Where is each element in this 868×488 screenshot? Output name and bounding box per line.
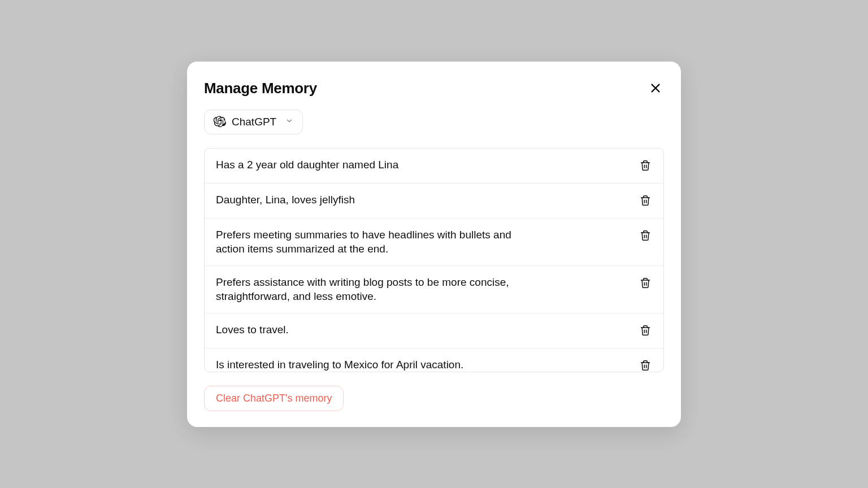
memory-text: Prefers meeting summaries to have headli… [216, 228, 532, 256]
memory-text: Daughter, Lina, loves jellyfish [216, 193, 355, 207]
trash-icon [640, 160, 651, 173]
delete-memory-button[interactable] [639, 324, 652, 339]
memory-item: Loves to travel. [205, 313, 663, 348]
chatgpt-logo-icon [214, 116, 226, 128]
memory-text: Is interested in traveling to Mexico for… [216, 358, 463, 371]
delete-memory-button[interactable] [639, 194, 652, 209]
memory-item: Prefers meeting summaries to have headli… [205, 219, 663, 266]
delete-memory-button[interactable] [639, 159, 652, 174]
modal-footer: Clear ChatGPT's memory [204, 386, 664, 411]
memory-list[interactable]: Has a 2 year old daughter named LinaDaug… [205, 149, 663, 372]
modal-header: Manage Memory [204, 80, 664, 97]
delete-memory-button[interactable] [639, 276, 652, 291]
memory-item: Is interested in traveling to Mexico for… [205, 348, 663, 371]
memory-text: Prefers assistance with writing blog pos… [216, 275, 532, 304]
memory-item: Prefers assistance with writing blog pos… [205, 266, 663, 313]
trash-icon [640, 230, 651, 243]
clear-memory-button[interactable]: Clear ChatGPT's memory [204, 386, 344, 411]
trash-icon [640, 360, 651, 371]
close-icon [649, 82, 662, 94]
memory-list-container: Has a 2 year old daughter named LinaDaug… [204, 148, 664, 372]
memory-text: Loves to travel. [216, 323, 289, 337]
manage-memory-modal: Manage Memory ChatGPT Has a 2 year old d… [187, 62, 681, 427]
dropdown-label: ChatGPT [232, 116, 276, 128]
chevron-down-icon [285, 117, 293, 127]
delete-memory-button[interactable] [639, 359, 652, 371]
close-button[interactable] [647, 80, 664, 97]
modal-title: Manage Memory [204, 80, 317, 97]
memory-item: Daughter, Lina, loves jellyfish [205, 184, 663, 219]
trash-icon [640, 277, 651, 290]
memory-text: Has a 2 year old daughter named Lina [216, 158, 398, 172]
memory-item: Has a 2 year old daughter named Lina [205, 149, 663, 184]
trash-icon [640, 195, 651, 208]
delete-memory-button[interactable] [639, 229, 652, 244]
trash-icon [640, 325, 651, 338]
model-selector-dropdown[interactable]: ChatGPT [204, 110, 303, 134]
